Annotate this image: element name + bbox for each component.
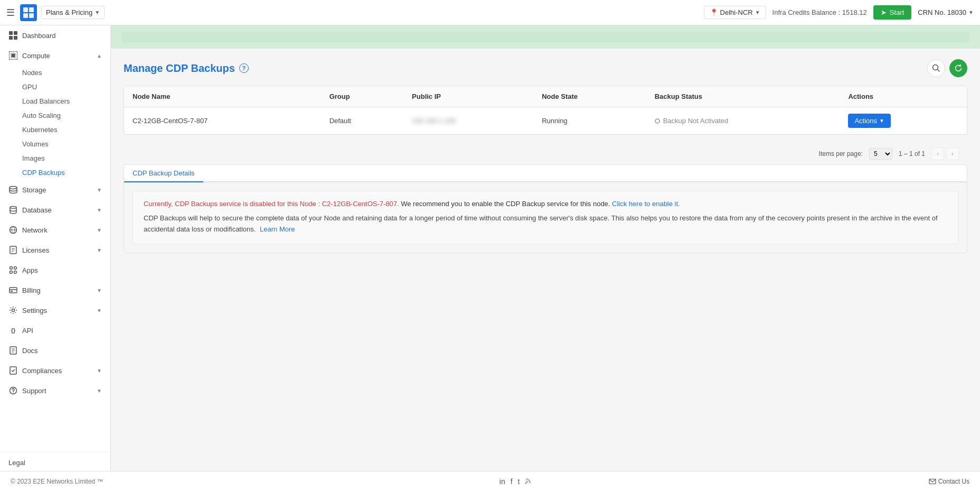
contact-us-link[interactable]: Contact Us [929,478,969,485]
sidebar-item-support[interactable]: Support ▼ [0,381,110,401]
info-box-body: CDP Backups will help to secure the comp… [144,213,947,235]
svg-rect-7 [14,36,17,40]
network-expand-arrow: ▼ [97,227,102,233]
crn-selector[interactable]: CRN No. 18030 ▼ [918,8,974,16]
backup-status-dot [655,118,660,124]
sidebar-sub-kubernetes[interactable]: Kubernetes [0,123,110,137]
footer-copyright: © 2023 E2E Networks Limited ™ [11,478,103,485]
pagination-prev-button[interactable]: ‹ [931,147,944,160]
sidebar-item-billing[interactable]: Billing ▼ [0,280,110,300]
col-backup-status: Backup Status [646,86,840,107]
sidebar-item-database-label: Database [22,206,92,214]
sidebar-item-settings[interactable]: Settings ▼ [0,300,110,320]
svg-rect-2 [23,13,28,18]
search-button[interactable] [927,59,945,77]
sidebar-sub-images[interactable]: Images [0,151,110,165]
learn-more-link[interactable]: Learn More [260,225,295,233]
sidebar-item-database[interactable]: Database ▼ [0,200,110,220]
sidebar-sub-gpu[interactable]: GPU [0,80,110,94]
cell-actions: Actions ▼ [840,107,967,135]
svg-rect-3 [29,13,34,18]
sidebar-item-licenses[interactable]: Licenses ▼ [0,240,110,260]
svg-rect-10 [12,54,15,57]
page-title: Manage CDP Backups ? [124,62,249,75]
sidebar: Dashboard Compute ▲ Nodes GPU Load Balan… [0,25,111,471]
sidebar-sub-nodes[interactable]: Nodes [0,66,110,80]
refresh-button[interactable] [949,59,967,77]
sidebar-item-apps[interactable]: Apps [0,260,110,280]
sidebar-item-dashboard[interactable]: Dashboard [0,25,110,45]
sidebar-item-network-label: Network [22,226,92,234]
compliances-icon [8,366,18,375]
sidebar-item-apps-label: Apps [22,266,102,274]
sidebar-legal-label: Legal [8,459,25,467]
crn-dropdown-arrow: ▼ [968,10,974,15]
sidebar-item-storage[interactable]: Storage ▼ [0,180,110,200]
items-per-page-label: Items per page: [819,150,863,158]
facebook-icon[interactable]: f [511,477,513,486]
col-public-ip: Public IP [403,86,533,107]
start-button[interactable]: ➤ Start [873,5,911,20]
credits-balance: Infra Credits Balance : 1518.12 [772,8,867,16]
api-icon: {} [8,326,18,335]
tab-content-body: Currently, CDP Backups service is disabl… [124,182,967,253]
items-per-page-select[interactable]: 5 10 25 [869,148,892,160]
sidebar-item-network[interactable]: Network ▼ [0,220,110,240]
database-expand-arrow: ▼ [97,207,102,213]
twitter-icon[interactable]: t [518,477,520,486]
table-row: C2-12GB-CentOS-7-807 Default 192.168.1.1… [124,107,967,135]
detail-container: CDP Backup Details Currently, CDP Backup… [124,164,967,253]
sidebar-item-compliances[interactable]: Compliances ▼ [0,360,110,381]
warning-text-row: Currently, CDP Backups service is disabl… [144,200,947,208]
help-icon[interactable]: ? [239,63,249,73]
sidebar-sub-load-balancers[interactable]: Load Balancers [0,94,110,108]
page-title-actions [927,59,967,77]
pagination-row: Items per page: 5 10 25 1 – 1 of 1 ‹ › [124,143,967,164]
cell-node-state: Running [533,107,646,135]
svg-rect-4 [9,31,13,35]
sidebar-sub-auto-scaling[interactable]: Auto Scaling [0,108,110,123]
svg-point-20 [10,271,13,274]
enable-link[interactable]: Click here to enable it. [612,200,680,208]
footer: © 2023 E2E Networks Limited ™ in f t Con… [0,471,980,491]
pagination-next-button[interactable]: › [946,147,959,160]
notification-banner [111,25,980,49]
svg-point-19 [14,267,17,270]
database-icon [8,205,18,215]
page-title-text: Manage CDP Backups [124,62,235,75]
sidebar-item-docs[interactable]: Docs [0,340,110,360]
pagination-nav: ‹ › [931,147,959,160]
settings-icon [8,305,18,315]
region-selector[interactable]: 📍 Delhi-NCR ▼ [704,6,766,19]
support-icon [8,386,18,395]
sidebar-item-api[interactable]: {} API [0,320,110,340]
sidebar-item-settings-label: Settings [22,307,92,314]
sidebar-item-docs-label: Docs [22,347,102,355]
menu-icon[interactable]: ☰ [6,7,15,18]
warning-text-main: Currently, CDP Backups service is disabl… [144,200,399,208]
sidebar-item-licenses-label: Licenses [22,246,92,254]
actions-dropdown-arrow: ▼ [879,118,884,124]
support-expand-arrow: ▼ [97,388,102,394]
col-group: Group [321,86,403,107]
compliances-expand-arrow: ▼ [97,368,102,374]
billing-expand-arrow: ▼ [97,288,102,293]
tab-cdp-backup-details[interactable]: CDP Backup Details [124,165,203,182]
sidebar-sub-volumes[interactable]: Volumes [0,137,110,151]
page-content: Manage CDP Backups ? [111,49,980,264]
start-label: Start [890,8,904,16]
plans-pricing-button[interactable]: Plans & Pricing ▼ [41,6,105,19]
plans-pricing-label: Plans & Pricing [46,8,92,16]
svg-rect-5 [14,31,17,35]
linkedin-icon[interactable]: in [500,477,505,486]
actions-dropdown-button[interactable]: Actions ▼ [848,114,891,128]
sidebar-item-legal[interactable]: Legal [0,455,110,471]
page-title-row: Manage CDP Backups ? [124,59,967,77]
sidebar-sub-cdp-backups[interactable]: CDP Backups [0,165,110,180]
network-icon [8,225,18,235]
docs-icon [8,346,18,355]
region-label: Delhi-NCR [720,8,753,16]
sidebar-item-compute[interactable]: Compute ▲ [0,45,110,66]
svg-point-12 [10,207,16,209]
rss-icon[interactable] [525,477,532,486]
